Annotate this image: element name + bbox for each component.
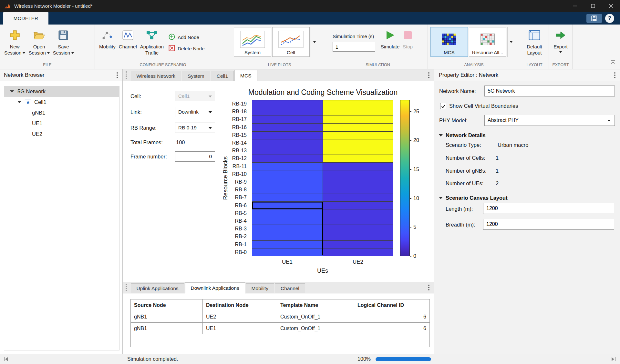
network-name-input[interactable] <box>484 86 615 96</box>
heatmap-cell-UE1-RB-19[interactable] <box>252 100 323 108</box>
heatmap-cell-UE1-RB-6[interactable] <box>252 202 323 209</box>
application-traffic-button[interactable]: ApplicationTraffic <box>139 26 165 57</box>
heatmap-cell-UE2-RB-13[interactable] <box>323 147 393 155</box>
tree-item-ue2[interactable]: UE2 <box>4 129 119 139</box>
open-session-button[interactable]: OpenSession <box>27 26 51 57</box>
applications-tabbar-menu-button[interactable] <box>428 285 429 290</box>
tab-channel[interactable]: Channel <box>275 283 305 293</box>
heatmap-cell-UE2-RB-8[interactable] <box>323 186 393 194</box>
table-row[interactable]: gNB1 UE1 Custom_OnOff_1 6 <box>131 323 430 334</box>
mobility-button[interactable]: Mobility <box>98 26 117 51</box>
heatmap-cell-UE2-RB-6[interactable] <box>323 202 393 209</box>
tree-item-gnb1[interactable]: gNB1 <box>4 107 119 118</box>
column-header[interactable]: Source Node <box>131 299 203 311</box>
heatmap-cell-UE2-RB-16[interactable] <box>323 124 393 131</box>
tab-wireless-network[interactable]: Wireless Network <box>131 71 181 81</box>
simulate-button[interactable]: Simulate <box>379 26 401 51</box>
heatmap-cell-UE2-RB-18[interactable] <box>323 108 393 116</box>
heatmap-cell-UE1-RB-16[interactable] <box>252 124 323 131</box>
heatmap-cell-UE2-RB-0[interactable] <box>323 248 393 256</box>
system-plot-button[interactable]: System <box>234 27 271 57</box>
analysis-gallery-expand-button[interactable] <box>507 27 514 57</box>
tab-downlink-applications[interactable]: Downlink Applications <box>185 282 245 293</box>
column-header[interactable]: Destination Node <box>203 299 277 311</box>
length-input[interactable] <box>483 203 614 214</box>
heatmap-cell-UE2-RB-19[interactable] <box>323 100 393 108</box>
document-tabbar-menu-button[interactable] <box>428 72 429 78</box>
heatmap-cell-UE1-RB-18[interactable] <box>252 108 323 116</box>
heatmap-cell-UE1-RB-12[interactable] <box>252 155 323 162</box>
resource-allocation-button[interactable]: Resource All... <box>469 27 506 57</box>
mcs-analysis-button[interactable]: MCS <box>430 27 468 57</box>
scenario-canvas-layout-section[interactable]: Scenario Canvas Layout <box>439 195 508 201</box>
tab-system[interactable]: System <box>182 71 210 81</box>
table-row[interactable]: gNB1 UE2 Custom_OnOff_1 6 <box>131 311 430 323</box>
minimize-ribbon-button[interactable] <box>610 60 615 66</box>
close-button[interactable] <box>602 0 620 12</box>
heatmap-cell-UE2-RB-7[interactable] <box>323 194 393 201</box>
breadth-input[interactable] <box>483 219 614 230</box>
default-layout-button[interactable]: DefaultLayout <box>525 26 544 57</box>
heatmap-cell-UE2-RB-3[interactable] <box>323 225 393 232</box>
simulation-time-input[interactable] <box>333 42 375 52</box>
tab-modeler[interactable]: MODELER <box>3 12 48 25</box>
heatmap-cell-UE1-RB-8[interactable] <box>252 186 323 194</box>
heatmap-cell-UE1-RB-3[interactable] <box>252 225 323 232</box>
heatmap-cell-UE1-RB-2[interactable] <box>252 233 323 240</box>
tree-item-cell1[interactable]: Cell1 <box>4 97 119 107</box>
collapse-left-icon[interactable] <box>3 357 9 363</box>
heatmap-cell-UE1-RB-0[interactable] <box>252 248 323 256</box>
minimize-button[interactable] <box>566 0 584 12</box>
frame-number-input[interactable] <box>175 151 215 162</box>
heatmap-cell-UE2-RB-17[interactable] <box>323 116 393 123</box>
cell-dropdown[interactable]: Cell1 <box>175 91 215 101</box>
channel-button[interactable]: Channel <box>117 26 139 51</box>
heatmap-cell-UE1-RB-15[interactable] <box>252 132 323 139</box>
heatmap-cell-UE2-RB-5[interactable] <box>323 209 393 217</box>
stop-button[interactable]: Stop <box>401 26 414 51</box>
expander-icon[interactable] <box>17 101 21 103</box>
maximize-button[interactable] <box>584 0 602 12</box>
drag-grip-icon[interactable] <box>126 71 127 79</box>
phy-model-dropdown[interactable]: Abstract PHY <box>484 115 615 126</box>
heatmap-cell-UE2-RB-4[interactable] <box>323 217 393 225</box>
save-session-button[interactable]: SaveSession <box>51 26 76 57</box>
column-header[interactable]: Logical Channel ID <box>354 299 430 311</box>
heatmap-cell-UE1-RB-10[interactable] <box>252 170 323 178</box>
heatmap-cell-UE1-RB-14[interactable] <box>252 139 323 147</box>
live-plots-gallery-expand-button[interactable] <box>311 27 318 57</box>
quick-save-button[interactable] <box>586 14 602 23</box>
heatmap-cell-UE1-RB-17[interactable] <box>252 116 323 123</box>
heatmap-cell-UE2-RB-10[interactable] <box>323 170 393 178</box>
link-dropdown[interactable]: Downlink <box>175 107 215 117</box>
heatmap-cell-UE1-RB-7[interactable] <box>252 194 323 201</box>
drag-grip-icon[interactable] <box>126 284 127 291</box>
heatmap-cell-UE2-RB-9[interactable] <box>323 178 393 186</box>
heatmap-cell-UE2-RB-11[interactable] <box>323 163 393 170</box>
tree-item-ue1[interactable]: UE1 <box>4 118 119 129</box>
heatmap-cell-UE1-RB-4[interactable] <box>252 217 323 225</box>
network-browser-menu-button[interactable] <box>117 72 118 78</box>
heatmap-cell-UE2-RB-15[interactable] <box>323 132 393 139</box>
tab-mcs[interactable]: MCS <box>234 70 257 81</box>
property-editor-menu-button[interactable] <box>614 72 615 78</box>
delete-node-button[interactable]: Delete Node <box>169 45 204 52</box>
heatmap-cell-UE2-RB-1[interactable] <box>323 241 393 248</box>
expander-icon[interactable] <box>10 90 14 93</box>
tab-mobility[interactable]: Mobility <box>246 283 274 293</box>
help-button[interactable]: ? <box>605 14 614 23</box>
show-boundaries-checkbox[interactable] <box>440 103 446 109</box>
heatmap-cell-UE2-RB-12[interactable] <box>323 155 393 162</box>
heatmap-cell-UE1-RB-5[interactable] <box>252 209 323 217</box>
heatmap-cell-UE2-RB-2[interactable] <box>323 233 393 240</box>
rb-range-dropdown[interactable]: RB 0-19 <box>175 123 215 133</box>
cell-plot-button[interactable]: Cell <box>272 27 310 57</box>
column-header[interactable]: Template Name <box>277 299 354 311</box>
tab-uplink-applications[interactable]: Uplink Applications <box>131 283 184 293</box>
export-button[interactable]: Export <box>552 26 569 54</box>
tree-item-5g-network[interactable]: 5G Network <box>4 86 119 97</box>
heatmap-cell-UE1-RB-9[interactable] <box>252 178 323 186</box>
new-session-button[interactable]: NewSession <box>3 26 27 57</box>
heatmap-cell-UE1-RB-1[interactable] <box>252 241 323 248</box>
heatmap-cell-UE1-RB-11[interactable] <box>252 163 323 170</box>
